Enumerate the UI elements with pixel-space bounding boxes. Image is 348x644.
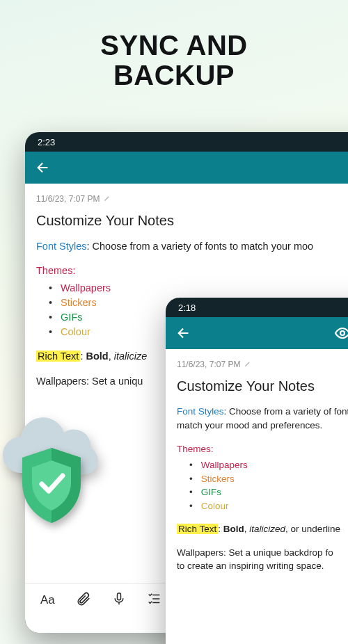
wallpapers-label: Wallpapers: <box>36 376 92 387</box>
themes-label: Themes: <box>36 265 75 276</box>
themes-label: Themes: <box>177 444 214 454</box>
themes-item: Stickers <box>189 472 348 486</box>
app-bar <box>25 152 348 184</box>
font-button[interactable]: Aa <box>40 593 55 607</box>
rich-text-label: Rich Text <box>177 524 218 534</box>
promo-canvas: SYNC AND BACKUP 2:23 11/6/23, 7:07 PM Cu… <box>0 0 348 644</box>
note-title: Customize Your Notes <box>36 211 348 231</box>
wallpapers-text: Set a uniqu <box>92 376 143 387</box>
wallpapers-label: Wallpapers: <box>177 547 229 558</box>
rich-text-bold-sample: Bold <box>86 351 108 362</box>
status-bar: 2:23 <box>25 132 348 152</box>
note-timestamp: 11/6/23, 7:07 PM <box>36 193 348 205</box>
checklist-icon[interactable] <box>147 591 162 609</box>
font-styles-label: Font Styles <box>177 406 224 417</box>
edit-timestamp-icon[interactable] <box>104 193 111 205</box>
themes-section: Themes: Wallpapers Stickers GIFs Colour <box>177 442 348 513</box>
status-clock: 2:18 <box>178 303 196 313</box>
note-title: Customize Your Notes <box>177 376 348 396</box>
attach-icon[interactable] <box>76 591 91 609</box>
themes-item: Wallpapers <box>49 281 348 296</box>
status-bar: 2:18 <box>166 298 348 317</box>
back-icon[interactable] <box>175 325 192 341</box>
font-styles-line: Font Styles: Choose from a variety of fo… <box>177 405 348 432</box>
svg-rect-0 <box>117 593 120 599</box>
promo-headline: SYNC AND BACKUP <box>0 0 348 90</box>
themes-item: Wallpapers <box>189 458 348 472</box>
themes-item: Colour <box>189 499 348 513</box>
rich-text-italic-sample: italicize <box>114 351 148 362</box>
microphone-icon[interactable] <box>112 592 126 609</box>
preview-icon[interactable] <box>334 325 348 341</box>
shield-icon <box>18 445 85 529</box>
back-icon[interactable] <box>35 159 52 176</box>
wallpapers-text-2: to create an inspiring writing space. <box>177 561 324 571</box>
rich-text-bold-sample: Bold <box>223 524 244 534</box>
wallpapers-text: Set a unique backdrop fo <box>229 547 333 558</box>
rich-text-italic-sample: italicized <box>249 524 285 534</box>
rich-text-line: Rich Text: Bold, italicized, or underlin… <box>177 522 348 536</box>
app-bar <box>166 317 348 349</box>
note-body: 11/6/23, 7:07 PM Customize Your Notes Fo… <box>166 349 348 644</box>
sync-badge <box>0 416 102 534</box>
status-clock: 2:23 <box>38 137 55 147</box>
themes-item: GIFs <box>189 485 348 499</box>
font-styles-text: : Choose from a variety of fonts to matc… <box>87 241 314 252</box>
wallpapers-line: Wallpapers: Set a unique backdrop fo to … <box>177 546 348 573</box>
font-styles-line: Font Styles: Choose from a variety of fo… <box>36 239 348 254</box>
rich-text-label: Rich Text <box>36 351 80 362</box>
edit-timestamp-icon[interactable] <box>244 359 251 371</box>
note-timestamp: 11/6/23, 7:07 PM <box>177 359 348 371</box>
rich-text-underline-text: , or underline <box>285 524 340 534</box>
phone-front: 2:18 11/6/23, 7:07 PM Customize Your N <box>166 298 348 644</box>
font-styles-label: Font Styles <box>36 241 87 252</box>
svg-point-1 <box>340 331 345 335</box>
